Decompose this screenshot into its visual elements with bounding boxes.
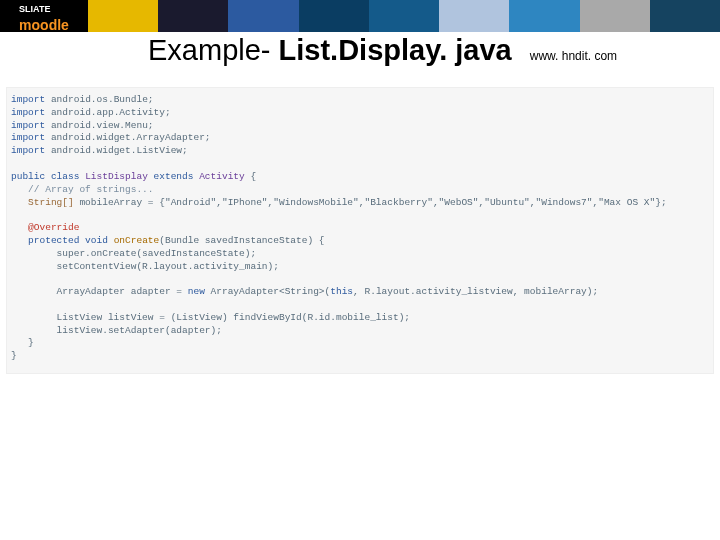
code-text: , R.layout.activity_listview, mobileArra… — [353, 286, 598, 297]
headline-row: Example- List.Display. java www. hndit. … — [0, 32, 720, 67]
code-text: ListView listView = (ListView) findViewB… — [11, 312, 410, 323]
kw-import: import — [11, 107, 45, 118]
class-name: ListDisplay — [85, 171, 148, 182]
code-text: } — [11, 337, 34, 348]
kw-import: import — [11, 120, 45, 131]
title-bold: List.Display. java — [279, 34, 512, 66]
kw-import: import — [11, 145, 45, 156]
method-name: onCreate — [114, 235, 160, 246]
logo-top: SLIATE — [19, 4, 50, 14]
comment: // Array of strings... — [11, 184, 154, 195]
kw-class: public class — [11, 171, 85, 182]
kw-extends: extends — [148, 171, 199, 182]
code-text: ArrayAdapter<String>( — [205, 286, 330, 297]
site-url: www. hndit. com — [530, 49, 617, 63]
title-prefix: Example- — [148, 34, 279, 66]
page-title: Example- List.Display. java — [148, 34, 512, 67]
top-banner: SLIATE moodle — [0, 0, 720, 32]
code-text: listView.setAdapter(adapter); — [11, 325, 222, 336]
code-text: mobileArray = { — [79, 197, 165, 208]
string-lit: "Android","IPhone","WindowsMobile","Blac… — [165, 197, 655, 208]
params: (Bundle savedInstanceState) { — [159, 235, 324, 246]
logo-box: SLIATE moodle — [0, 0, 88, 32]
code-text: }; — [655, 197, 666, 208]
kw-import: import — [11, 94, 45, 105]
code-text: android.app.Activity; — [45, 107, 170, 118]
kw-method: protected void — [11, 235, 114, 246]
code-block: import android.os.Bundle; import android… — [6, 87, 714, 374]
code-text: android.os.Bundle; — [45, 94, 153, 105]
code-text: android.widget.ArrayAdapter; — [45, 132, 210, 143]
super-name: Activity — [199, 171, 245, 182]
code-text: super.onCreate(savedInstanceState); — [11, 248, 256, 259]
kw-this: this — [330, 286, 353, 297]
logo-text: SLIATE moodle — [19, 0, 69, 34]
type: String[] — [11, 197, 79, 208]
code-text: android.widget.ListView; — [45, 145, 188, 156]
logo-bottom: moodle — [19, 17, 69, 33]
kw-new: new — [188, 286, 205, 297]
code-text: setContentView(R.layout.activity_main); — [11, 261, 279, 272]
annotation: @Override — [11, 222, 79, 233]
code-text: ArrayAdapter adapter = — [11, 286, 188, 297]
banner-strip — [88, 0, 720, 32]
code-text: android.view.Menu; — [45, 120, 153, 131]
kw-import: import — [11, 132, 45, 143]
code-text: { — [245, 171, 256, 182]
code-text: } — [11, 350, 17, 361]
